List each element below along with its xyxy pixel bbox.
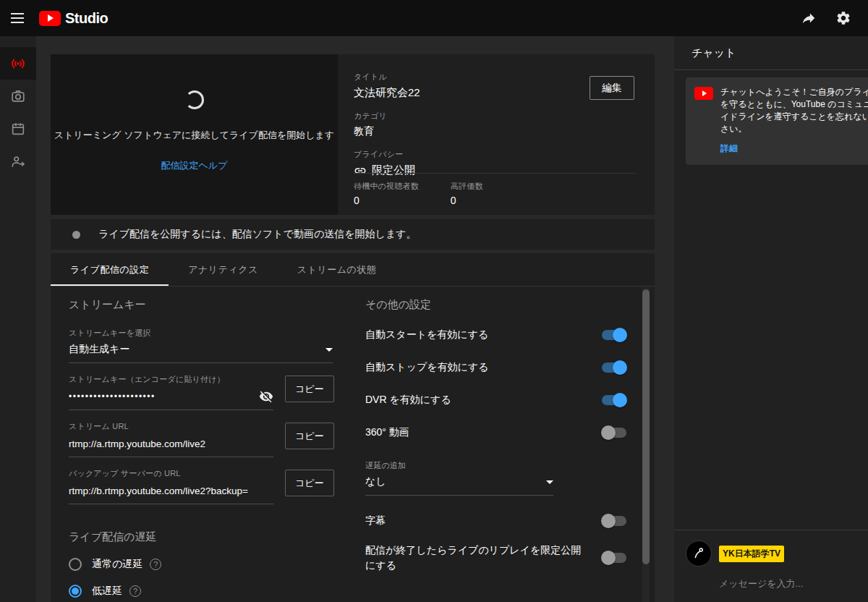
- captions-toggle[interactable]: [602, 516, 626, 526]
- chat-panel: チャット チャットへようこそ！ご自身のプライバシーを守るとともに、YouTube…: [674, 36, 868, 602]
- copy-stream-key-button[interactable]: コピー: [285, 376, 334, 402]
- calendar-icon: [10, 121, 26, 137]
- settings-gear-icon[interactable]: [835, 9, 852, 27]
- video-360-toggle[interactable]: [602, 428, 626, 438]
- stream-stats: 待機中の視聴者数 0 高評価数 0: [354, 173, 636, 206]
- help-icon[interactable]: ?: [129, 585, 141, 597]
- status-text: ライブ配信を公開するには、配信ソフトで動画の送信を開始します。: [98, 228, 417, 241]
- latency-heading: ライブ配信の遅延: [69, 530, 335, 544]
- username-badge: YK日本語学TV: [719, 546, 784, 562]
- left-sidebar: [0, 36, 36, 602]
- tab-stream-health[interactable]: ストリームの状態: [278, 253, 396, 286]
- unlist-replay-label: 配信が終了したらライブのリプレイを限定公開にする: [365, 543, 582, 573]
- stream-key-section: ストリームキー ストリームキーを選択 自動生成キー ストリームキー（エンコーダに…: [69, 298, 335, 602]
- stream-key-select-value: 自動生成キー: [69, 343, 129, 356]
- status-dot-icon: [72, 231, 80, 239]
- backup-url-value: rtmp://b.rtmp.youtube.com/live2?backup=: [69, 486, 248, 496]
- category-value: 教育: [354, 125, 636, 138]
- sidebar-item-livestream[interactable]: [0, 47, 36, 80]
- broadcast-icon: [10, 56, 26, 72]
- visibility-off-icon[interactable]: [259, 389, 273, 404]
- stream-key-label: ストリームキー（エンコーダに貼り付け）: [69, 374, 273, 385]
- dvr-label: DVR を有効にする: [365, 394, 451, 407]
- stream-settings-card: ライブ配信の設定 アナリティクス ストリームの状態 ストリームキー ストリームキ…: [51, 253, 655, 602]
- auto-start-label: 自動スタートを有効にする: [365, 328, 488, 342]
- additional-settings-heading: その他の設定: [365, 298, 626, 312]
- dropdown-arrow-icon: [326, 348, 333, 352]
- stream-settings-help-link[interactable]: 配信設定ヘルプ: [161, 159, 228, 172]
- backup-url-label: バックアップ サーバーの URL: [69, 468, 273, 479]
- waiting-viewers-stat: 待機中の視聴者数 0: [354, 181, 419, 206]
- copy-stream-url-button[interactable]: コピー: [285, 423, 334, 449]
- sidebar-item-manage[interactable]: [0, 112, 36, 145]
- chat-title: チャット: [692, 46, 736, 60]
- stream-key-select[interactable]: ストリームキーを選択 自動生成キー: [69, 328, 333, 363]
- stream-details-pane: タイトル 文法研究会22 編集 カテゴリ 教育 プライバシー 限定公開 待機中の…: [338, 54, 655, 215]
- person-arrow-icon: [10, 153, 26, 169]
- youtube-icon: [694, 87, 713, 100]
- menu-button[interactable]: [3, 4, 32, 33]
- stream-url-field: ストリーム URL rtmp://a.rtmp.youtube.com/live…: [69, 421, 273, 457]
- loading-spinner: [185, 90, 204, 109]
- radio-icon[interactable]: [69, 558, 82, 571]
- latency-option-normal[interactable]: 通常の遅延 ?: [69, 558, 335, 571]
- additional-settings-section: その他の設定 自動スタートを有効にする 自動ストップを有効にする DVR を有効…: [365, 298, 626, 573]
- scrollbar-thumb[interactable]: [642, 289, 650, 564]
- likes-stat: 高評価数 0: [451, 181, 483, 206]
- latency-option-normal-label: 通常の遅延: [92, 558, 142, 571]
- dvr-toggle[interactable]: [602, 395, 626, 405]
- play-icon: [702, 90, 707, 96]
- share-icon[interactable]: [800, 9, 817, 27]
- help-icon[interactable]: ?: [150, 559, 161, 570]
- details-link[interactable]: 詳細: [720, 143, 738, 155]
- category-label: カテゴリ: [354, 111, 636, 122]
- stream-url-value: rtmp://a.rtmp.youtube.com/live2: [69, 438, 205, 449]
- radio-checked-icon[interactable]: [69, 585, 82, 598]
- edit-button[interactable]: 編集: [590, 76, 634, 100]
- tab-analytics[interactable]: アナリティクス: [169, 253, 278, 286]
- stream-preview-card: ストリーミング ソフトウェアに接続してライブ配信を開始します 配信設定ヘルプ タ…: [51, 54, 655, 215]
- chat-message-input[interactable]: メッセージを入力...: [719, 577, 856, 590]
- unlist-replay-toggle[interactable]: [602, 553, 626, 563]
- connect-message: ストリーミング ソフトウェアに接続してライブ配信を開始します: [54, 129, 334, 142]
- waiting-viewers-label: 待機中の視聴者数: [354, 181, 419, 192]
- chat-input-area: YK日本語学TV メッセージを入力...: [674, 530, 868, 602]
- auto-start-row: 自動スタートを有効にする: [365, 328, 626, 342]
- copy-backup-url-button[interactable]: コピー: [285, 470, 334, 496]
- added-delay-value: なし: [365, 475, 386, 488]
- welcome-text: チャットへようこそ！ご自身のプライバシーを守るとともに、YouTube のコミュ…: [720, 86, 868, 135]
- settings-scrollbar[interactable]: [642, 287, 650, 602]
- dvr-row: DVR を有効にする: [365, 393, 626, 407]
- stream-key-value: •••••••••••••••••••••: [69, 391, 156, 402]
- youtube-studio-logo[interactable]: Studio: [39, 10, 108, 27]
- likes-value: 0: [451, 195, 483, 206]
- stream-key-heading: ストリームキー: [69, 298, 335, 312]
- auto-stop-label: 自動ストップを有効にする: [365, 361, 489, 374]
- stream-preview-pane: ストリーミング ソフトウェアに接続してライブ配信を開始します 配信設定ヘルプ: [51, 54, 338, 215]
- sidebar-item-classic[interactable]: [0, 145, 36, 177]
- stream-key-field: ストリームキー（エンコーダに貼り付け） ••••••••••••••••••••…: [69, 374, 273, 410]
- user-avatar: [686, 540, 712, 567]
- sidebar-item-webcam[interactable]: [0, 80, 36, 112]
- camera-icon: [10, 88, 26, 104]
- video-360-label: 360° 動画: [365, 426, 409, 439]
- status-banner: ライブ配信を公開するには、配信ソフトで動画の送信を開始します。: [51, 219, 655, 250]
- latency-option-low[interactable]: 低遅延 ?: [69, 585, 335, 598]
- waiting-viewers-value: 0: [354, 195, 419, 206]
- captions-label: 字幕: [365, 514, 386, 527]
- added-delay-label: 遅延の追加: [365, 460, 553, 471]
- likes-label: 高評価数: [451, 181, 483, 192]
- stream-url-label: ストリーム URL: [69, 421, 273, 432]
- unlist-replay-row: 配信が終了したらライブのリプレイを限定公開にする: [365, 543, 626, 573]
- play-icon: [48, 14, 54, 22]
- auto-stop-toggle[interactable]: [602, 363, 626, 373]
- tab-stream-settings[interactable]: ライブ配信の設定: [51, 253, 169, 286]
- chat-welcome-message: チャットへようこそ！ご自身のプライバシーを守るとともに、YouTube のコミュ…: [686, 77, 868, 165]
- dropdown-arrow-icon: [546, 480, 553, 484]
- auto-start-toggle[interactable]: [602, 330, 626, 340]
- topbar-actions: [800, 9, 852, 27]
- backup-url-field: バックアップ サーバーの URL rtmp://b.rtmp.youtube.c…: [69, 468, 273, 504]
- added-delay-select[interactable]: 遅延の追加 なし: [365, 460, 553, 496]
- brand-text: Studio: [65, 10, 108, 27]
- latency-option-low-label: 低遅延: [92, 585, 122, 598]
